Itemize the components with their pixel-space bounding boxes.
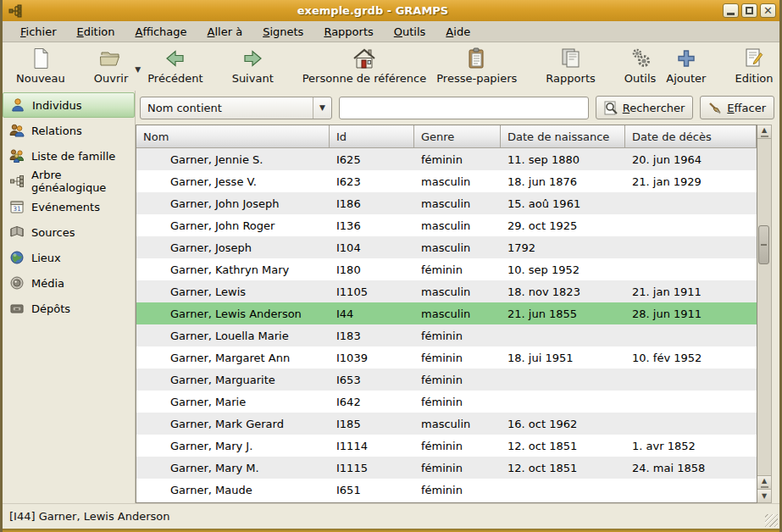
sidebar-item-relations[interactable]: Relations: [3, 118, 135, 143]
add-button[interactable]: Ajouter: [663, 45, 709, 87]
clear-button[interactable]: Effacer: [700, 96, 774, 119]
titlebar[interactable]: exemple.grdb - GRAMPS ✕: [3, 0, 779, 21]
sidebar-item-media[interactable]: Média: [3, 270, 135, 296]
home-person-button[interactable]: Personne de référence: [299, 45, 430, 87]
table-row[interactable]: Garner, Marguarite I653 féminin: [136, 369, 757, 391]
search-button[interactable]: Rechercher: [596, 96, 694, 119]
sidebar-item-depots[interactable]: Dépôts: [3, 296, 135, 321]
back-button-label: Précédent: [147, 72, 202, 85]
gramps-window: exemple.grdb - GRAMPS ✕ Fichier Edition …: [0, 0, 782, 532]
open-button-group[interactable]: Ouvrir ▼: [91, 45, 141, 87]
table-row[interactable]: Garner, Jesse V. I623 masculin 18. jun 1…: [136, 170, 757, 192]
sidebar-item-label: Individus: [32, 99, 82, 112]
filter-field-select[interactable]: Nom contient ▼: [140, 97, 332, 119]
cell-death: 24. mai 1858: [625, 457, 757, 479]
table-row[interactable]: Garner, Lewis Anderson I44 masculin 21. …: [136, 302, 757, 324]
back-button[interactable]: Précédent: [144, 45, 206, 87]
new-document-icon: [31, 47, 51, 69]
column-header-id[interactable]: Id: [330, 125, 414, 148]
sidebar-item-lieux[interactable]: Lieux: [3, 245, 135, 270]
menu-edition[interactable]: Edition: [68, 23, 125, 41]
open-dropdown-arrow-icon[interactable]: ▼: [135, 65, 141, 74]
repository-icon: [9, 301, 25, 316]
gears-icon: [629, 47, 652, 69]
table-row[interactable]: Garner, Mary M. I1115 féminin 12. oct 18…: [136, 457, 757, 479]
table-row[interactable]: Garner, Maude I651 féminin: [136, 479, 757, 501]
close-icon: ✕: [763, 5, 773, 16]
cell-id: I180: [330, 258, 414, 280]
scrollbar-thumb[interactable]: [758, 225, 769, 264]
table-row[interactable]: Garner, Mark Gerard I185 masculin 16. oc…: [136, 413, 757, 435]
minimize-icon: [727, 13, 735, 15]
close-button[interactable]: ✕: [760, 3, 776, 18]
sidebar-item-liste-de-famille[interactable]: Liste de famille: [3, 143, 135, 169]
cell-death: [625, 391, 757, 413]
cell-id: I653: [330, 369, 414, 391]
sidebar-item-individus[interactable]: Individus: [3, 92, 135, 118]
forward-button[interactable]: Suivant: [229, 45, 277, 87]
sidebar-item-arbre-genealogique[interactable]: Arbre généalogique: [3, 169, 135, 194]
edit-button[interactable]: Edition: [731, 45, 776, 87]
maximize-button[interactable]: [741, 3, 757, 18]
sidebar: Individus Relations: [3, 91, 136, 503]
open-button[interactable]: Ouvrir: [91, 45, 131, 87]
cell-gender: féminin: [414, 479, 501, 501]
svg-text:31: 31: [13, 205, 21, 213]
edit-button-label: Edition: [735, 72, 773, 85]
vertical-scrollbar[interactable]: ▲ ▲ ▼: [757, 125, 772, 503]
cell-death: [625, 324, 757, 346]
cell-gender: masculin: [414, 280, 501, 302]
search-input[interactable]: [339, 97, 589, 119]
resize-grip[interactable]: [765, 514, 778, 527]
column-header-nom[interactable]: Nom: [136, 125, 330, 148]
reports-button[interactable]: Rapports: [542, 45, 598, 87]
maximize-icon: [746, 7, 753, 14]
tools-button[interactable]: Outils: [621, 45, 660, 87]
edit-icon: [744, 47, 764, 69]
scroll-down-button[interactable]: ▼: [757, 489, 771, 502]
menu-outils[interactable]: Outils: [385, 23, 435, 41]
menu-fichier[interactable]: Fichier: [11, 23, 66, 41]
new-button[interactable]: Nouveau: [13, 45, 69, 87]
table-row[interactable]: Garner, Joseph I104 masculin 1792: [136, 236, 757, 258]
scroll-up-button-2[interactable]: ▲: [757, 475, 771, 489]
column-header-deces[interactable]: Date de décès: [625, 125, 757, 148]
cell-death: 21. jan 1929: [625, 170, 757, 192]
menu-signets[interactable]: Signets: [253, 23, 313, 41]
table-row[interactable]: Garner, John Joseph I186 masculin 15. ao…: [136, 192, 757, 214]
cell-birth: 16. oct 1962: [501, 413, 625, 435]
status-bar: [I44] Garner, Lewis Anderson: [3, 503, 779, 529]
cell-id: I623: [330, 170, 414, 192]
brush-icon: [708, 101, 723, 115]
menu-affichage[interactable]: Affichage: [125, 23, 196, 41]
clipboard-button[interactable]: Presse-papiers: [433, 45, 520, 87]
back-arrow-icon: [164, 48, 186, 69]
menu-rapports[interactable]: Rapports: [314, 23, 382, 41]
table-row[interactable]: Garner, Jennie S. I625 féminin 11. sep 1…: [136, 148, 757, 170]
home-button-label: Personne de référence: [302, 72, 427, 85]
table-row[interactable]: Garner, Marie I642 féminin: [136, 391, 757, 413]
cell-name: Garner, Mary M.: [136, 457, 330, 479]
sidebar-item-sources[interactable]: Sources: [3, 219, 135, 245]
scroll-up-button[interactable]: ▲: [757, 125, 771, 139]
table-row[interactable]: Garner, John Roger I136 masculin 29. oct…: [136, 214, 757, 236]
table-row[interactable]: Garner, Mary J. I1114 féminin 12. oct 18…: [136, 435, 757, 457]
table-row[interactable]: Garner, Louella Marie I183 féminin: [136, 324, 757, 346]
table-row[interactable]: Garner, Kathryn Mary I180 féminin 10. se…: [136, 258, 757, 280]
menu-aller-a[interactable]: Aller à: [198, 23, 252, 41]
chevron-down-icon[interactable]: ▼: [313, 97, 331, 119]
sidebar-item-label: Arbre généalogique: [31, 169, 135, 194]
column-header-genre[interactable]: Genre: [414, 125, 501, 148]
home-icon: [352, 47, 376, 69]
cell-gender: féminin: [414, 258, 501, 280]
sidebar-item-evenements[interactable]: 31 Evénements: [3, 194, 135, 219]
column-header-naissance[interactable]: Date de naissance: [501, 125, 625, 148]
cell-id: I183: [330, 324, 414, 346]
cell-gender: masculin: [414, 192, 501, 214]
menu-aide[interactable]: Aide: [436, 23, 480, 41]
table-row[interactable]: Garner, Margaret Ann I1039 féminin 18. j…: [136, 346, 757, 369]
minimize-button[interactable]: [723, 3, 739, 18]
table-row[interactable]: Garner, Lewis I1105 masculin 18. nov 182…: [136, 280, 757, 302]
sidebar-item-label: Relations: [31, 125, 82, 137]
cell-birth: 18. jui 1951: [501, 346, 625, 369]
